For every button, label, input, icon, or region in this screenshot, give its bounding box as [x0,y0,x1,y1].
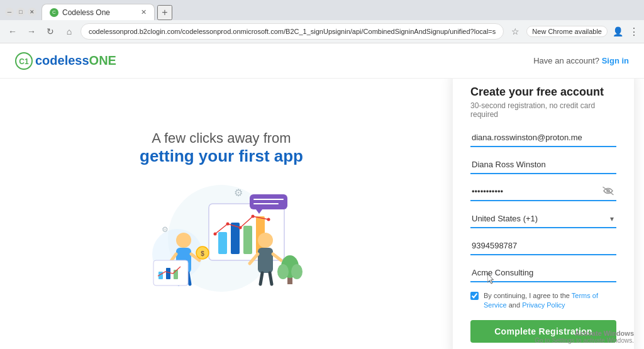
active-tab[interactable]: C Codeless One ✕ [42,4,155,20]
svg-rect-7 [243,226,252,254]
address-input[interactable] [80,23,504,40]
bookmark-button[interactable]: ☆ [508,24,523,39]
card-title: Create your free account [470,86,616,99]
hero-text: A few clicks away from getting your firs… [140,130,303,166]
profile-button[interactable]: 👤 [610,24,625,39]
svg-line-25 [270,273,272,284]
company-group [470,264,616,282]
left-section: A few clicks away from getting your firs… [0,79,443,349]
terms-checkbox[interactable] [470,292,479,300]
password-input[interactable] [470,183,616,201]
svg-point-30 [277,264,289,279]
hero-line2: getting your first app [140,147,303,166]
right-section: Create your free account 30-second regis… [443,79,644,349]
restore-button[interactable]: □ [16,8,25,16]
phone-input[interactable] [470,237,616,255]
svg-text:C1: C1 [19,57,29,66]
svg-text:$: $ [201,250,204,257]
new-chrome-badge: New Chrome available [526,26,608,37]
svg-point-12 [252,215,255,218]
phone-group [470,237,616,255]
country-select-wrapper: United States (+1) United Kingdom (+44) … [470,210,616,228]
main-content: A few clicks away from getting your firs… [0,79,644,349]
email-group [470,129,616,147]
svg-line-24 [260,273,262,284]
password-toggle-icon[interactable] [602,187,614,197]
svg-point-31 [291,264,303,279]
country-group: United States (+1) United Kingdom (+44) … [470,210,616,228]
name-input[interactable] [470,156,616,174]
svg-point-11 [239,226,242,230]
svg-rect-5 [218,232,227,254]
privacy-link[interactable]: Privacy Policy [522,301,565,309]
close-button[interactable]: ✕ [28,8,36,16]
svg-point-9 [214,233,217,236]
tab-favicon: C [50,8,58,17]
minimize-button[interactable]: ─ [5,8,14,16]
browser-chrome: ─ □ ✕ C Codeless One ✕ + ← → ↻ ⌂ ☆ New C… [0,0,644,43]
logo-codeless: codeless [35,53,89,67]
svg-text:⚙: ⚙ [162,225,169,234]
country-select[interactable]: United States (+1) United Kingdom (+44) … [470,210,616,228]
name-group [470,156,616,174]
tab-bar: C Codeless One ✕ + [42,4,639,20]
reload-button[interactable]: ↻ [43,24,58,39]
tab-title: Codeless One [62,8,110,17]
top-nav: C1 codelessONE Have an account? Sign in [0,43,644,79]
card-subtitle: 30-second registration, no credit card r… [470,101,616,119]
svg-point-10 [226,223,230,226]
profile-area: New Chrome available 👤 [526,24,625,39]
title-bar: ─ □ ✕ C Codeless One ✕ + [0,0,644,20]
svg-text:⚙: ⚙ [234,187,243,198]
page-content: C1 codelessONE Have an account? Sign in … [0,43,644,349]
illustration: $ ⚙ ⚙ [127,179,316,298]
svg-rect-40 [166,268,170,279]
signin-link[interactable]: Sign in [602,56,629,65]
password-group [470,183,616,201]
logo-text: codelessONE [35,53,116,68]
forward-button[interactable]: → [24,24,39,39]
email-input[interactable] [470,129,616,147]
browser-menu-button[interactable]: ⋮ [629,26,639,38]
svg-rect-34 [250,194,287,209]
windows-watermark: Activate Windows Go to Settings to activ… [535,330,634,344]
logo-area: C1 codelessONE [15,52,116,70]
svg-point-20 [258,233,273,248]
logo-one: ONE [89,53,116,67]
svg-rect-21 [258,248,273,273]
registration-card: Create your free account 30-second regis… [453,79,634,349]
watermark-subtitle: Go to Settings to activate Windows. [535,337,634,344]
company-input[interactable] [470,264,616,282]
terms-text: By continuing, I agree to the Terms of S… [484,291,616,311]
tab-close-button[interactable]: ✕ [141,8,147,16]
home-button[interactable]: ⌂ [62,24,77,39]
watermark-title: Activate Windows [535,330,634,337]
svg-point-14 [176,233,191,248]
svg-point-13 [267,218,270,221]
back-button[interactable]: ← [5,24,20,39]
logo-svg: C1 [15,52,33,70]
nav-right: Have an account? Sign in [533,56,629,65]
new-tab-button[interactable]: + [157,5,172,20]
have-account-text: Have an account? [533,56,599,65]
window-controls: ─ □ ✕ [5,8,36,16]
address-bar-row: ← → ↻ ⌂ ☆ New Chrome available 👤 ⋮ [0,20,644,43]
terms-row: By continuing, I agree to the Terms of S… [470,291,616,311]
hero-line1: A few clicks away from [140,130,303,147]
